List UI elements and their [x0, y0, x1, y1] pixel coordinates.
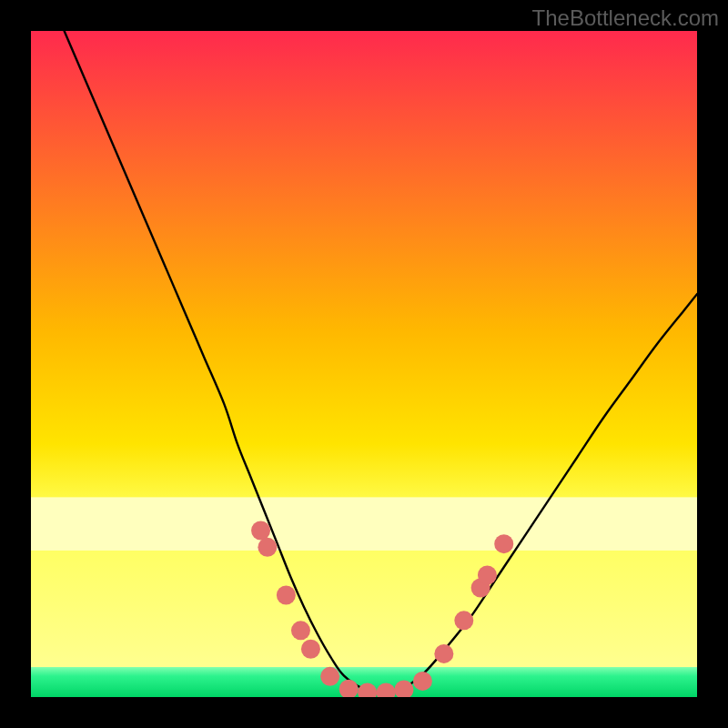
- plot-svg: [31, 31, 697, 697]
- curve-marker: [301, 640, 320, 659]
- curve-marker: [251, 521, 270, 541]
- curve-marker: [258, 538, 277, 557]
- curve-marker: [291, 621, 310, 640]
- pale-yellow-band: [31, 497, 697, 551]
- curve-marker: [413, 672, 432, 691]
- curve-marker: [277, 586, 296, 605]
- curve-marker: [320, 667, 339, 686]
- watermark-text: TheBottleneck.com: [532, 5, 719, 31]
- plot-area: [31, 31, 697, 697]
- curve-marker: [454, 611, 473, 630]
- curve-marker: [434, 644, 453, 663]
- curve-marker: [494, 534, 513, 553]
- gradient-background: [31, 31, 697, 697]
- curve-marker: [478, 566, 497, 585]
- chart-frame: TheBottleneck.com: [0, 0, 728, 728]
